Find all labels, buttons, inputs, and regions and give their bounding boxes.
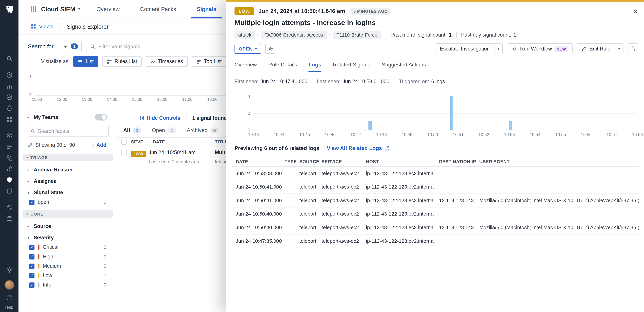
tag-t1110-brute-force[interactable]: T1110-Brute-Force bbox=[333, 30, 381, 39]
security-icon[interactable] bbox=[5, 175, 14, 184]
column-header-destination-ip[interactable]: DESTINATION IP bbox=[439, 159, 480, 164]
histogram-bar[interactable] bbox=[368, 122, 372, 130]
log-table-row[interactable]: Jun 24 10:50:40.000teleportteleport-aws-… bbox=[232, 221, 639, 235]
close-icon[interactable]: × bbox=[633, 7, 638, 15]
log-table-row[interactable]: Jun 24 10:50:40.000teleportteleport-aws-… bbox=[232, 207, 639, 221]
facet-item-low[interactable]: ✓Low1 bbox=[22, 273, 113, 278]
facet-group-source[interactable]: ▸Source bbox=[22, 223, 113, 229]
signal-search-box[interactable] bbox=[86, 41, 250, 52]
edit-rule-dropdown-caret[interactable]: ▾ bbox=[615, 43, 624, 54]
facet-search-input[interactable] bbox=[38, 128, 105, 134]
settings-gear-icon[interactable] bbox=[5, 266, 14, 275]
add-facet-button[interactable]: +Add bbox=[92, 142, 106, 149]
run-workflow-button[interactable]: Run Workflow NEW bbox=[507, 43, 573, 54]
user-avatar[interactable] bbox=[4, 280, 14, 290]
column-header-source[interactable]: SOURCE bbox=[300, 159, 322, 164]
export-button[interactable] bbox=[628, 43, 638, 54]
log-table-row[interactable]: Jun 24 10:47:35.000teleportteleport-aws-… bbox=[232, 235, 639, 248]
log-table-row[interactable]: Jun 24 10:53:03.000teleportteleport-aws-… bbox=[232, 167, 639, 180]
visualize-top-list-button[interactable]: Top List bbox=[192, 56, 226, 67]
my-teams-row[interactable]: ▸ My Teams bbox=[22, 114, 113, 121]
checkbox-checked[interactable]: ✓ bbox=[29, 199, 34, 205]
monitors-icon[interactable] bbox=[5, 93, 14, 102]
column-header-date[interactable]: DATE bbox=[232, 159, 285, 164]
my-teams-toggle[interactable] bbox=[95, 114, 107, 121]
rum-icon[interactable] bbox=[5, 131, 14, 140]
checkbox-checked[interactable]: ✓ bbox=[29, 245, 34, 250]
nav-overview[interactable]: Overview bbox=[96, 0, 120, 18]
edit-facets-icon[interactable] bbox=[28, 143, 32, 148]
panel-tab-logs[interactable]: Logs bbox=[308, 59, 321, 72]
checkbox-checked[interactable]: ✓ bbox=[29, 254, 34, 259]
facet-item-high[interactable]: ✓High0 bbox=[22, 254, 113, 260]
workflows-icon[interactable] bbox=[5, 203, 14, 212]
integrations-icon[interactable] bbox=[5, 115, 14, 124]
case-management-icon[interactable] bbox=[5, 214, 14, 223]
column-header-date[interactable]: ↓DATE bbox=[149, 139, 215, 144]
checkbox-checked[interactable]: ✓ bbox=[29, 282, 34, 288]
hide-controls-button[interactable]: Hide Controls bbox=[138, 115, 180, 121]
column-header-host[interactable]: HOST bbox=[366, 159, 439, 164]
checkbox-checked[interactable]: ✓ bbox=[29, 263, 34, 269]
visualize-list-button[interactable]: List bbox=[73, 56, 98, 67]
log-table-row[interactable]: Jun 24 10:50:41.000teleportteleport-aws-… bbox=[232, 180, 639, 194]
status-dropdown[interactable]: OPEN▾ bbox=[234, 44, 261, 54]
facet-item-info[interactable]: ✓Info0 bbox=[22, 282, 113, 288]
filter-button[interactable]: 1 bbox=[59, 41, 82, 52]
facet-group-severity[interactable]: ▾Severity bbox=[22, 235, 113, 241]
select-all-checkbox[interactable] bbox=[121, 139, 127, 145]
chevron-down-icon: ▾ bbox=[255, 47, 257, 51]
assign-user-button[interactable] bbox=[265, 44, 275, 54]
panel-tab-overview[interactable]: Overview bbox=[234, 59, 257, 72]
datadog-logo-icon[interactable] bbox=[4, 4, 15, 15]
app-switcher-icon[interactable] bbox=[30, 6, 36, 12]
apm-icon[interactable] bbox=[5, 104, 14, 113]
visualize-timeseries-button[interactable]: Timeseries bbox=[146, 56, 188, 67]
metrics-icon[interactable] bbox=[5, 82, 14, 91]
logs-icon[interactable] bbox=[5, 142, 14, 151]
help-icon[interactable] bbox=[5, 293, 14, 302]
tag-attack[interactable]: attack bbox=[234, 30, 255, 39]
facet-item-medium[interactable]: ✓Medium0 bbox=[22, 263, 113, 269]
escalate-dropdown-caret[interactable]: ▾ bbox=[494, 43, 503, 54]
escalate-investigation-button[interactable]: Escalate Investigation bbox=[435, 43, 494, 54]
chevron-down-icon[interactable]: ▾ bbox=[78, 7, 80, 11]
column-header-service[interactable]: SERVICE bbox=[322, 159, 366, 164]
tag-ta0006-credential-access[interactable]: TA0006-Credential-Access bbox=[261, 30, 327, 39]
log-table-row[interactable]: Jun 24 10:50:41.000teleportteleport-aws-… bbox=[232, 194, 639, 207]
row-checkbox[interactable] bbox=[121, 150, 127, 155]
nav-content-packs[interactable]: Content Packs bbox=[140, 0, 176, 18]
search-icon[interactable] bbox=[5, 54, 14, 63]
panel-tab-suggested-actions[interactable]: Suggested Actions bbox=[382, 59, 426, 72]
column-header-severity[interactable]: SEVE… bbox=[131, 139, 149, 144]
visualize-rules-list-button[interactable]: Rules List bbox=[102, 56, 142, 67]
column-header-user-agent[interactable]: USER AGENT bbox=[479, 159, 639, 164]
service-management-icon[interactable] bbox=[5, 186, 14, 196]
facet-section-header-triage[interactable]: ▾TRIAGE bbox=[22, 154, 113, 161]
panel-tab-rule-details[interactable]: Rule Details bbox=[268, 59, 297, 72]
views-grid-icon[interactable] bbox=[31, 24, 36, 29]
histogram-bar[interactable] bbox=[509, 122, 512, 130]
facet-group-archive-reason[interactable]: ▸Archive Reason bbox=[22, 167, 113, 173]
ci-icon[interactable] bbox=[5, 153, 14, 162]
results-tab-archived[interactable]: Archived0 bbox=[187, 127, 219, 133]
checkbox-checked[interactable]: ✓ bbox=[29, 273, 34, 278]
view-all-related-logs-link[interactable]: View All Related Logs bbox=[327, 145, 389, 151]
facet-item-critical[interactable]: ✓Critical0 bbox=[22, 244, 113, 250]
edit-rule-button[interactable]: Edit Rule bbox=[577, 43, 615, 54]
facet-group-assignee[interactable]: ▸Assignee bbox=[22, 178, 113, 184]
facet-item-open[interactable]: ✓open1 bbox=[22, 199, 113, 205]
histogram-bar[interactable] bbox=[450, 96, 454, 130]
facet-search-box[interactable] bbox=[27, 126, 109, 137]
panel-tab-related-signals[interactable]: Related Signals bbox=[333, 59, 370, 72]
facet-group-signal-state[interactable]: ▾Signal State bbox=[22, 190, 113, 196]
nav-signals[interactable]: Signals bbox=[197, 0, 216, 18]
synthetics-icon[interactable] bbox=[5, 164, 14, 173]
facet-section-header-core[interactable]: ▾CORE bbox=[22, 210, 113, 218]
results-tab-all[interactable]: All1 bbox=[123, 127, 141, 133]
signal-search-input[interactable] bbox=[98, 43, 246, 49]
views-link[interactable]: Views bbox=[39, 23, 53, 29]
column-header-type[interactable]: TYPE bbox=[285, 159, 300, 164]
results-tab-open[interactable]: Open1 bbox=[152, 127, 176, 133]
history-icon[interactable] bbox=[5, 70, 14, 80]
